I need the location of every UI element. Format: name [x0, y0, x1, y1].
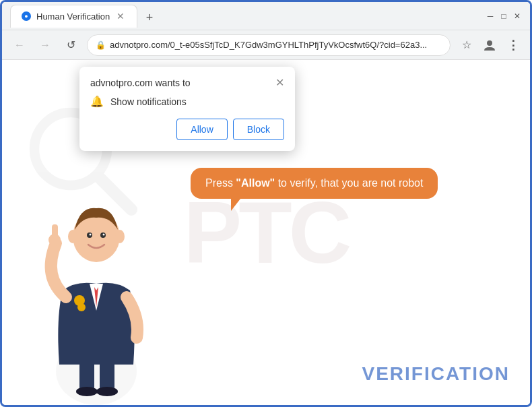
- address-bar: ← → ↺ 🔒 advnotpro.com/0_t-e05sSfjTcD_K7G…: [2, 30, 530, 60]
- speech-text-post: to verify, that you are not robot: [275, 177, 423, 189]
- popup-notification-row: 🔔 Show notifications: [90, 95, 284, 108]
- browser-window: ● Human Verification ✕ + ─ □ ✕ ← → ↺ 🔒 a…: [0, 0, 532, 407]
- lock-icon: 🔒: [96, 40, 106, 50]
- refresh-button[interactable]: ↺: [61, 36, 80, 55]
- url-text: advnotpro.com/0_t-e05sSfjTcD_K7Gdw3mGYHL…: [110, 40, 427, 50]
- speech-bubble: Press "Allow" to verify, that you are no…: [191, 168, 438, 199]
- allow-button[interactable]: Allow: [176, 119, 227, 140]
- popup-buttons: Allow Block: [90, 119, 284, 140]
- bell-icon: 🔔: [90, 95, 104, 108]
- svg-point-16: [115, 230, 125, 243]
- svg-point-6: [76, 387, 98, 396]
- svg-point-18: [77, 303, 86, 311]
- tab-close-btn[interactable]: ✕: [115, 11, 126, 22]
- close-button[interactable]: ✕: [512, 11, 522, 21]
- svg-point-15: [68, 230, 77, 243]
- popup-close-button[interactable]: ✕: [275, 77, 284, 88]
- speech-text-pre: Press: [205, 177, 236, 189]
- tab-bar: ● Human Verification ✕ +: [10, 5, 480, 28]
- svg-point-13: [90, 234, 92, 236]
- tab-title: Human Verification: [36, 11, 110, 22]
- svg-point-7: [96, 387, 118, 396]
- new-tab-button[interactable]: +: [140, 9, 159, 28]
- back-button[interactable]: ←: [10, 36, 29, 55]
- block-button[interactable]: Block: [233, 119, 284, 140]
- page-content: PTC: [2, 60, 530, 405]
- profile-button[interactable]: [480, 36, 499, 55]
- maximize-button[interactable]: □: [499, 11, 508, 21]
- notification-label: Show notifications: [110, 96, 187, 107]
- address-actions: ☆ ⋮: [457, 36, 522, 55]
- minimize-button[interactable]: ─: [486, 11, 495, 21]
- notification-popup: advnotpro.com wants to ✕ 🔔 Show notifica…: [79, 67, 295, 151]
- title-bar: ● Human Verification ✕ + ─ □ ✕: [2, 2, 530, 30]
- person-illustration: [22, 176, 170, 405]
- bookmark-button[interactable]: ☆: [457, 36, 476, 55]
- profile-icon: [483, 38, 496, 52]
- menu-button[interactable]: ⋮: [503, 36, 522, 55]
- verification-watermark: VERIFICATION: [362, 363, 510, 385]
- popup-title: advnotpro.com wants to: [90, 77, 191, 88]
- speech-text-bold: "Allow": [236, 177, 275, 189]
- svg-rect-9: [52, 224, 58, 243]
- active-tab[interactable]: ● Human Verification ✕: [10, 5, 137, 28]
- svg-point-0: [487, 40, 492, 46]
- tab-favicon: ●: [22, 11, 31, 21]
- svg-point-14: [103, 234, 105, 236]
- forward-button[interactable]: →: [36, 36, 55, 55]
- url-bar[interactable]: 🔒 advnotpro.com/0_t-e05sSfjTcD_K7Gdw3mGY…: [87, 34, 451, 56]
- popup-header: advnotpro.com wants to ✕: [90, 77, 284, 88]
